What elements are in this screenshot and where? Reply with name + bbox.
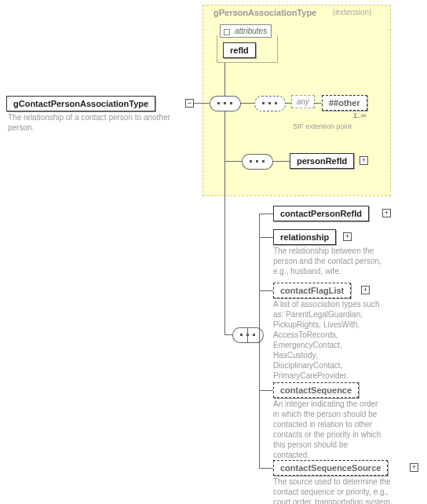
connector-line: [259, 390, 273, 391]
any-note: SIF extention point: [293, 122, 371, 132]
personrefid-expand-icon[interactable]: +: [359, 156, 368, 165]
root-expand-icon[interactable]: –: [185, 99, 194, 108]
connector-line: [224, 63, 225, 96]
contactsequence-desc: An integer indicating the order in which…: [273, 399, 383, 460]
connector-line: [314, 103, 322, 104]
contactflaglist-node[interactable]: contactFlagList: [273, 283, 351, 298]
contactsequence-node[interactable]: contactSequence: [273, 382, 359, 398]
contactflaglist-expand-icon[interactable]: +: [361, 286, 370, 294]
connector-line: [247, 327, 248, 342]
any-cardinality: 1..∞: [353, 111, 366, 119]
root-type-node[interactable]: gContactPersonAssociationType: [6, 96, 155, 111]
contactflaglist-desc: A list of association types such as: Par…: [273, 299, 383, 381]
connector-line: [247, 342, 259, 343]
sequence-icon: [242, 154, 273, 170]
any-other-node[interactable]: ##other: [322, 95, 367, 111]
connector-line: [259, 214, 260, 468]
connector-line: [240, 103, 254, 104]
connector-line: [259, 237, 273, 238]
extension-title: gPersonAssociationType: [214, 8, 316, 17]
connector-line: [224, 111, 225, 334]
contactsequencesource-expand-icon[interactable]: +: [410, 463, 418, 472]
contactsequencesource-desc: The source used to determine the contact…: [273, 477, 407, 504]
connector-line: [259, 468, 273, 469]
extension-hint: (extension): [333, 8, 371, 16]
personrefid-node[interactable]: personRefId: [290, 153, 354, 169]
connector-line: [259, 290, 273, 291]
connector-line: [272, 161, 290, 162]
attr-group-frame: [217, 35, 278, 63]
any-node: any: [291, 95, 315, 108]
root-desc: The relationship of a contact person to …: [8, 112, 188, 133]
connector-line: [285, 103, 291, 104]
relationship-expand-icon[interactable]: +: [343, 232, 352, 241]
connector-line: [194, 103, 210, 104]
contactpersonrefid-expand-icon[interactable]: +: [382, 209, 391, 217]
connector-line: [224, 161, 242, 162]
sequence-optional-icon: [254, 96, 286, 111]
sequence-icon: [210, 96, 241, 111]
contactsequencesource-node[interactable]: contactSequenceSource: [273, 460, 388, 476]
connector-line: [259, 214, 273, 214]
contactpersonrefid-node[interactable]: contactPersonRefId: [273, 206, 369, 221]
relationship-node[interactable]: relationship: [273, 229, 336, 245]
diagram-canvas: gPersonAssociationType (extension) attri…: [0, 0, 427, 504]
relationship-desc: The relationship between the person and …: [273, 246, 383, 276]
attributes-label: attributes: [235, 27, 267, 35]
connector-line: [224, 334, 232, 335]
